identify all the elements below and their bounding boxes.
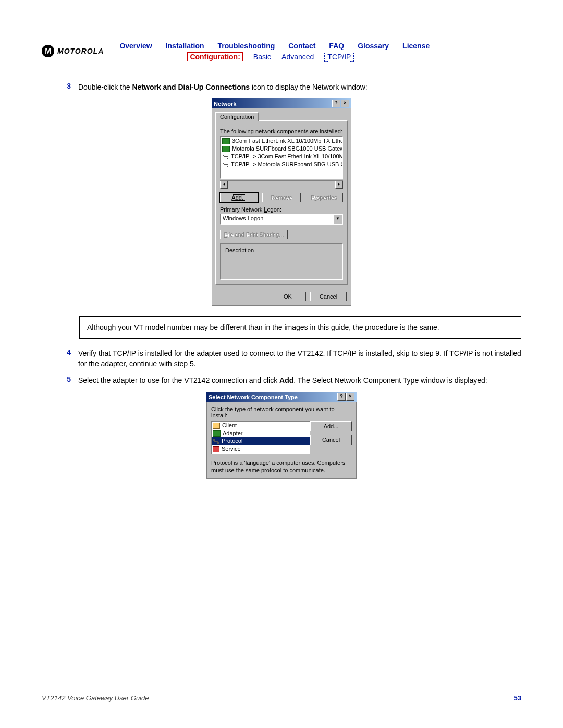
list-item-protocol[interactable]: Protocol [212, 437, 310, 445]
nav-contact[interactable]: Contact [288, 42, 315, 50]
list-item-adapter[interactable]: Adapter [212, 429, 310, 437]
list-item-label: TCP/IP -> 3Com Fast EtherLink XL 10/100M… [231, 153, 343, 161]
list-item-label: 3Com Fast EtherLink XL 10/100Mb TX Ether… [232, 137, 343, 145]
text-fragment: icon to display the Network window: [250, 83, 368, 91]
list-item-label: Client [222, 422, 237, 429]
step-text: Verify that TCP/IP is installed for the … [78, 348, 521, 369]
scroll-left-icon[interactable]: ◄ [220, 181, 228, 189]
adapter-icon [222, 146, 230, 152]
nav-glossary[interactable]: Glossary [358, 42, 389, 50]
list-item[interactable]: TCP/IP -> 3Com Fast EtherLink XL 10/100M… [221, 153, 342, 161]
client-icon [213, 423, 220, 429]
component-description: Protocol is a 'language' a computer uses… [211, 454, 352, 474]
component-type-label: Click the type of network component you … [211, 406, 352, 418]
protocol-icon [222, 154, 229, 159]
subnav-basic[interactable]: Basic [253, 53, 271, 61]
scroll-right-icon[interactable]: ► [335, 181, 343, 189]
dialog-titlebar: Network ? × [212, 98, 351, 108]
list-item-client[interactable]: Client [212, 422, 310, 429]
primary-logon-label: Primary Network Logon: [220, 206, 343, 213]
list-item[interactable]: Motorola SURFboard SBG1000 USB Gateway [221, 145, 342, 153]
step-text: Select the adapter to use for the VT2142… [78, 375, 521, 386]
combo-value: Windows Logon [221, 214, 333, 224]
protocol-icon [222, 162, 229, 167]
select-component-dialog: Select Network Component Type ? × Click … [206, 392, 357, 479]
step-4: 4 Verify that TCP/IP is installed for th… [42, 348, 521, 369]
list-item[interactable]: 3Com Fast EtherLink XL 10/100Mb TX Ether… [221, 137, 342, 145]
nav-license[interactable]: License [402, 42, 430, 50]
component-type-listbox[interactable]: Client Adapter Protocol Service [211, 421, 310, 454]
properties-button: Properties [305, 193, 343, 202]
add-button[interactable]: Add... [220, 193, 258, 202]
nav-faq[interactable]: FAQ [329, 42, 344, 50]
subnav-tcpip-current: TCP/IP [324, 53, 354, 61]
cancel-button[interactable]: Cancel [310, 435, 352, 445]
cancel-button[interactable]: Cancel [310, 292, 347, 301]
dropdown-arrow-icon[interactable]: ▼ [333, 214, 342, 224]
service-icon [213, 446, 219, 452]
remove-button: Remove [262, 193, 300, 202]
text-bold: Add [279, 376, 293, 385]
dialog-title: Network [214, 101, 236, 107]
nav-troubleshooting[interactable]: Troubleshooting [218, 42, 275, 50]
motorola-emblem-icon: M [42, 45, 54, 57]
top-nav: Overview Installation Troubleshooting Co… [119, 42, 430, 50]
brand-logo: M MOTOROLA [42, 45, 104, 57]
text-fragment: . The Select Network Component Type wind… [293, 376, 487, 385]
footer-doc-title: VT2142 Voice Gateway User Guide [42, 694, 149, 702]
help-button-icon[interactable]: ? [332, 100, 340, 107]
list-item-label: TCP/IP -> Motorola SURFboard SBG USB Gat… [231, 161, 343, 168]
logo-letter: M [45, 47, 51, 55]
dialog-title: Select Network Component Type [209, 394, 298, 400]
list-item-label: Motorola SURFboard SBG1000 USB Gateway [232, 145, 343, 153]
step-number: 4 [63, 348, 71, 369]
close-button-icon[interactable]: × [341, 100, 349, 107]
note-callout: Although your VT model number may be dif… [79, 316, 521, 338]
network-dialog: Network ? × Configuration The following … [212, 98, 351, 306]
subnav-advanced[interactable]: Advanced [282, 53, 314, 61]
list-item-label: Service [222, 445, 241, 453]
step-5: 5 Select the adapter to use for the VT21… [42, 375, 521, 386]
subnav-configuration-current: Configuration: [187, 52, 242, 61]
list-item-label: Adapter [223, 429, 243, 437]
help-button-icon[interactable]: ? [337, 393, 346, 401]
components-label: The following network components are ins… [220, 128, 343, 134]
step-number: 3 [63, 82, 71, 92]
step-text: Double-click the Network and Dial-Up Con… [78, 82, 521, 92]
adapter-icon [213, 430, 221, 437]
text-fragment: Double-click the [78, 83, 132, 91]
close-button-icon[interactable]: × [346, 393, 354, 401]
dialog-titlebar: Select Network Component Type ? × [206, 392, 357, 402]
footer-page-number: 53 [514, 694, 521, 702]
brand-name: MOTOROLA [57, 47, 104, 55]
tab-configuration[interactable]: Configuration [215, 112, 259, 121]
components-listbox[interactable]: 3Com Fast EtherLink XL 10/100Mb TX Ether… [220, 136, 343, 179]
list-item-label: Protocol [222, 437, 242, 445]
add-button[interactable]: Add... [310, 421, 352, 431]
list-item-service[interactable]: Service [212, 445, 310, 453]
protocol-icon [213, 439, 219, 444]
description-group-label: Description [224, 247, 255, 253]
adapter-icon [222, 138, 230, 144]
text-fragment: Select the adapter to use for the VT2142… [78, 376, 279, 385]
list-item[interactable]: TCP/IP -> Motorola SURFboard SBG USB Gat… [221, 161, 342, 168]
nav-overview[interactable]: Overview [119, 42, 152, 50]
nav-installation[interactable]: Installation [166, 42, 204, 50]
horizontal-scrollbar[interactable]: ◄ ► [220, 180, 343, 189]
primary-logon-combo[interactable]: Windows Logon ▼ [220, 214, 343, 225]
step-3: 3 Double-click the Network and Dial-Up C… [42, 82, 521, 92]
step-number: 5 [63, 375, 71, 386]
text-bold: Network and Dial-Up Connections [132, 83, 250, 91]
file-print-sharing-button: File and Print Sharing... [220, 230, 288, 239]
ok-button[interactable]: OK [270, 292, 306, 301]
header-divider [42, 66, 521, 66]
sub-nav: Configuration: Basic Advanced TCP/IP [187, 52, 430, 61]
